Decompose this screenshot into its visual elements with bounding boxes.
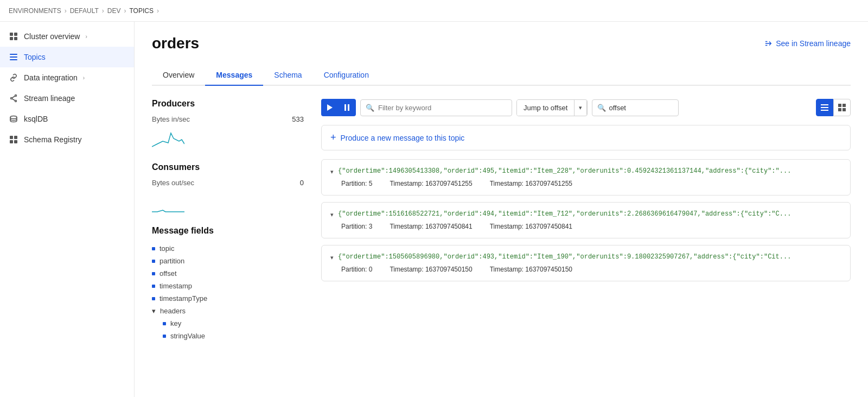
breadcrumb: ENVIRONMENTS › DEFAULT › DEV › TOPICS ›: [0, 0, 868, 22]
tab-schema[interactable]: Schema: [263, 65, 312, 86]
breadcrumb-dev[interactable]: DEV: [107, 7, 121, 15]
play-button[interactable]: [321, 99, 339, 116]
tab-messages[interactable]: Messages: [205, 65, 263, 86]
sidebar-label-data-integration: Data integration: [24, 73, 78, 82]
pause-button[interactable]: [339, 99, 356, 116]
offset-dropdown-button[interactable]: ▾: [575, 100, 587, 115]
headers-chevron-icon: ▾: [152, 307, 156, 315]
partition-label-1: Partition: 5: [341, 180, 372, 187]
message-meta-2: Partition: 3 Timestamp: 1637097450841 Ti…: [330, 223, 841, 230]
bytes-in-value: 533: [292, 115, 304, 123]
svg-rect-13: [10, 140, 13, 143]
svg-rect-15: [344, 104, 346, 111]
jump-to-offset-button[interactable]: Jump to offset: [517, 100, 575, 116]
message-card-2: ▾ {"ordertime":1516168522721,"orderid":4…: [321, 202, 851, 238]
stream-lineage-link-text: See in Stream lineage: [776, 39, 851, 48]
sidebar-label-ksqldb: ksqlDB: [24, 115, 48, 123]
message-fields-title: Message fields: [152, 226, 304, 236]
pause-icon: [344, 104, 350, 111]
expand-chevron2: ›: [83, 75, 85, 81]
page-header: orders See in Stream lineage: [152, 35, 851, 52]
producers-chart: [152, 128, 304, 149]
filter-search-icon: 🔍: [366, 104, 374, 112]
tab-overview[interactable]: Overview: [152, 65, 205, 86]
timestamp-label-3: Timestamp: 1637097450150: [490, 266, 572, 273]
message-content-2: ▾ {"ordertime":1516168522721,"orderid":4…: [330, 210, 841, 218]
timestamp-label-1: Timestamp: 1637097451255: [490, 180, 572, 187]
inner-layout: Producers Bytes in/sec 533 Consumers Byt…: [152, 99, 851, 342]
sidebar-item-stream-lineage[interactable]: Stream lineage: [0, 88, 134, 109]
field-timestamp-type: timestampType: [152, 292, 304, 305]
sidebar-label-topics: Topics: [24, 53, 46, 61]
message-json-2: {"ordertime":1516168522721,"orderid":494…: [338, 210, 841, 218]
consumers-chart: [152, 191, 304, 213]
link-icon: [9, 73, 18, 83]
message-expand-3[interactable]: ▾: [330, 254, 334, 261]
plus-icon: +: [330, 132, 336, 143]
see-stream-lineage-link[interactable]: See in Stream lineage: [765, 39, 851, 48]
field-bullet: [152, 247, 155, 250]
sidebar-item-topics[interactable]: Topics: [0, 47, 134, 67]
sidebar-item-ksqldb[interactable]: ksqlDB: [0, 109, 134, 129]
field-partition: partition: [152, 255, 304, 267]
field-bullet: [152, 272, 155, 275]
field-bullet: [152, 285, 155, 288]
sidebar-label-schema-registry: Schema Registry: [24, 135, 82, 144]
field-string-value: stringValue: [163, 330, 304, 342]
message-card-3: ▾ {"ordertime":1505605896980,"orderid":4…: [321, 245, 851, 281]
bytes-in-row: Bytes in/sec 533: [152, 115, 304, 123]
message-expand-2[interactable]: ▾: [330, 211, 334, 218]
svg-rect-16: [348, 104, 349, 111]
breadcrumb-default[interactable]: DEFAULT: [70, 7, 99, 15]
breadcrumb-environments[interactable]: ENVIRONMENTS: [9, 7, 61, 15]
sidebar-item-cluster-overview[interactable]: Cluster overview ›: [0, 26, 134, 47]
filter-input[interactable]: [360, 99, 512, 116]
share-icon: [9, 93, 18, 103]
bytes-in-label: Bytes in/sec: [152, 115, 190, 123]
offset-input-wrap: 🔍: [592, 99, 679, 116]
play-icon: [327, 104, 333, 111]
bytes-out-value: 0: [300, 179, 304, 187]
grid-view-button[interactable]: [833, 99, 851, 116]
grid-icon: [9, 31, 18, 41]
timestamp-label-2: Timestamp: 1637097450841: [490, 223, 572, 230]
play-pause-group: [321, 99, 356, 116]
partition-label-2: Partition: 3: [341, 223, 372, 230]
breadcrumb-topics[interactable]: TOPICS: [130, 7, 154, 15]
filter-input-wrap: 🔍: [360, 99, 512, 116]
tab-configuration[interactable]: Configuration: [313, 65, 380, 86]
offset-search-icon: 🔍: [597, 104, 606, 112]
message-expand-1[interactable]: ▾: [330, 168, 334, 175]
sidebar-item-data-integration[interactable]: Data integration ›: [0, 67, 134, 88]
svg-rect-20: [838, 104, 841, 107]
consumers-title: Consumers: [152, 162, 304, 172]
view-toggle: [816, 99, 851, 116]
sidebar-item-schema-registry[interactable]: Schema Registry: [0, 129, 134, 150]
producers-sparkline: [152, 128, 184, 149]
sidebar-label-cluster-overview: Cluster overview: [24, 32, 80, 41]
lineage-arrow-icon: [765, 40, 773, 47]
field-bullet: [163, 335, 166, 338]
svg-rect-5: [10, 56, 17, 58]
field-bullet: [152, 260, 155, 263]
message-meta-3: Partition: 0 Timestamp: 1637097450150 Ti…: [330, 266, 841, 273]
svg-rect-1: [14, 33, 17, 36]
svg-rect-19: [821, 110, 828, 111]
jump-to-offset-group: Jump to offset ▾: [516, 99, 588, 116]
list-view-button[interactable]: [816, 99, 833, 116]
list-icon: [9, 52, 18, 62]
offset-label-2: Timestamp: 1637097450841: [390, 223, 472, 230]
headers-toggle[interactable]: ▾ headers: [152, 305, 304, 317]
main-content: orders See in Stream lineage Overview Me…: [135, 22, 868, 397]
page-title: orders: [152, 35, 199, 52]
message-meta-1: Partition: 5 Timestamp: 1637097451255 Ti…: [330, 180, 841, 187]
produce-message-button[interactable]: + Produce a new message to this topic: [321, 125, 851, 150]
message-json-3: {"ordertime":1505605896980,"orderid":493…: [338, 253, 841, 261]
produce-message-label: Produce a new message to this topic: [341, 134, 465, 142]
message-content-3: ▾ {"ordertime":1505605896980,"orderid":4…: [330, 253, 841, 261]
left-panel: Producers Bytes in/sec 533 Consumers Byt…: [152, 99, 304, 342]
field-key-label: key: [170, 319, 181, 327]
field-partition-label: partition: [159, 257, 184, 265]
field-key: key: [163, 317, 304, 330]
svg-rect-22: [838, 108, 841, 111]
